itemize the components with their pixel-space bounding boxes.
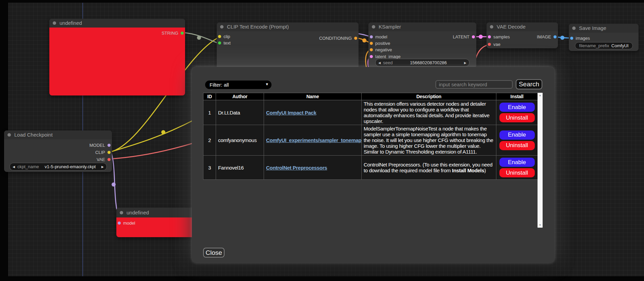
node-title-bar[interactable]: VAE Decode xyxy=(486,22,558,31)
collapse-dot-icon[interactable] xyxy=(53,21,56,25)
table-row: 2 comfyanonymous ComfyUI_experiments/sam… xyxy=(203,125,538,156)
input-port-text[interactable]: text xyxy=(218,40,231,46)
widget-name: ckpt_name xyxy=(17,164,39,169)
node-title: Save Image xyxy=(579,25,606,31)
input-port-images[interactable]: images xyxy=(570,35,590,41)
filter-select-wrap: Filter: all ▾ xyxy=(205,81,271,89)
extension-link[interactable]: ControlNet Preprocessors xyxy=(266,165,327,171)
output-port-image[interactable]: IMAGE xyxy=(537,34,557,40)
uninstall-button[interactable]: Uninstall xyxy=(499,141,535,150)
filter-select[interactable]: Filter: all xyxy=(205,81,271,89)
enable-button[interactable]: Enable xyxy=(499,103,535,112)
port-dot-icon[interactable] xyxy=(218,41,221,45)
widget-right-arrow-icon[interactable]: ▶ xyxy=(464,61,466,65)
link-midpoint-dot[interactable] xyxy=(161,130,165,134)
port-label: latent_image xyxy=(375,54,400,59)
node-vae-decode[interactable]: VAE Decode samples vae IMAGE xyxy=(486,22,558,48)
port-dot-icon[interactable] xyxy=(370,48,373,51)
input-port-model[interactable]: model xyxy=(370,34,387,40)
output-port-model[interactable]: MODEL xyxy=(89,142,111,148)
output-port-conditioning[interactable]: CONDITIONING xyxy=(319,35,357,41)
port-dot-icon[interactable] xyxy=(354,37,357,40)
output-port-clip[interactable]: CLIP xyxy=(95,149,111,155)
uninstall-button[interactable]: Uninstall xyxy=(499,113,535,122)
collapse-dot-icon[interactable] xyxy=(572,27,576,30)
output-port-latent[interactable]: LATENT xyxy=(453,34,475,40)
port-dot-icon[interactable] xyxy=(370,55,373,58)
port-dot-icon[interactable] xyxy=(218,35,221,38)
widget-right-arrow-icon[interactable]: ▶ xyxy=(101,165,104,169)
widget-left-arrow-icon[interactable]: ◀ xyxy=(13,165,15,169)
search-button[interactable]: Search xyxy=(516,79,542,89)
node-clip-text-encode[interactable]: CLIP Text Encode (Prompt) clip text COND… xyxy=(217,22,359,70)
collapse-dot-icon[interactable] xyxy=(7,133,11,137)
node-save-image[interactable]: Save Image images filename_prefix ComfyU… xyxy=(569,24,639,51)
port-dot-icon[interactable] xyxy=(554,35,557,38)
cell-author: comfyanonymous xyxy=(216,125,264,156)
enable-button[interactable]: Enable xyxy=(499,130,535,140)
node-title-bar[interactable]: CLIP Text Encode (Prompt) xyxy=(217,22,359,31)
port-dot-icon[interactable] xyxy=(472,35,475,38)
node-title-bar[interactable]: undefined xyxy=(49,19,185,28)
port-dot-icon[interactable] xyxy=(488,43,491,46)
link-midpoint-dot[interactable] xyxy=(560,36,564,40)
node-undefined-top[interactable]: undefined STRING xyxy=(49,19,185,95)
close-button[interactable]: Close xyxy=(203,248,225,258)
node-title: CLIP Text Encode (Prompt) xyxy=(227,24,289,30)
input-port-negative[interactable]: negative xyxy=(370,47,392,53)
filename-prefix-widget[interactable]: filename_prefix ComfyUI xyxy=(575,42,633,49)
uninstall-button[interactable]: Uninstall xyxy=(499,168,535,177)
cell-description: ModelSamplerTonemapNoiseTest a node that… xyxy=(362,125,496,156)
collapse-dot-icon[interactable] xyxy=(220,25,224,29)
enable-button[interactable]: Enable xyxy=(499,158,535,167)
port-dot-icon[interactable] xyxy=(370,42,373,45)
output-port-vae[interactable]: VAE xyxy=(97,156,111,162)
search-input[interactable] xyxy=(435,80,513,89)
node-title-bar[interactable]: undefined xyxy=(116,208,196,217)
node-title-bar[interactable]: KSampler xyxy=(368,22,476,31)
input-port-model[interactable]: model xyxy=(118,220,135,226)
collapse-dot-icon[interactable] xyxy=(490,25,493,29)
table-row: 1 Dr.Lt.Data ComfyUI Impact Pack This ex… xyxy=(203,100,538,125)
port-dot-icon[interactable] xyxy=(370,35,373,38)
port-dot-icon[interactable] xyxy=(488,35,491,38)
port-dot-icon[interactable] xyxy=(108,151,111,154)
link-midpoint-dot[interactable] xyxy=(112,182,116,187)
node-ksampler[interactable]: KSampler model positive negative latent_… xyxy=(368,22,476,68)
port-label: LATENT xyxy=(453,34,469,39)
input-port-positive[interactable]: positive xyxy=(370,40,390,46)
node-undefined-bottom[interactable]: undefined model xyxy=(116,208,196,237)
port-label: vae xyxy=(493,42,500,47)
ckpt-name-widget[interactable]: ◀ ckpt_name v1-5-pruned-emaonly.ckpt ▶ xyxy=(10,163,107,171)
port-dot-icon[interactable] xyxy=(108,144,111,147)
scroll-down-icon[interactable]: ▼ xyxy=(538,224,543,227)
comfyui-canvas: undefined STRING CLIP Text Encode (Promp… xyxy=(0,0,644,281)
port-dot-icon[interactable] xyxy=(570,37,573,40)
seed-widget[interactable]: ◀ seed 156680208700286 ▶ xyxy=(375,59,469,67)
link-midpoint-dot[interactable] xyxy=(362,38,366,42)
input-port-vae[interactable]: vae xyxy=(488,41,500,47)
link-midpoint-dot[interactable] xyxy=(197,36,201,40)
node-load-checkpoint[interactable]: Load Checkpoint MODEL CLIP VAE ◀ ckpt_na… xyxy=(4,130,112,172)
collapse-dot-icon[interactable] xyxy=(120,211,123,214)
col-header-id: ID xyxy=(203,93,216,100)
widget-left-arrow-icon[interactable]: ◀ xyxy=(378,61,381,65)
port-dot-icon[interactable] xyxy=(118,222,121,225)
extension-link[interactable]: ComfyUI_experiments/sampler_tonemap xyxy=(266,137,361,143)
widget-value: 156680208700286 xyxy=(410,60,447,65)
port-dot-icon[interactable] xyxy=(108,158,111,161)
output-port-string[interactable]: STRING xyxy=(162,30,184,36)
table-scrollbar[interactable]: ▲ ▼ xyxy=(538,93,543,228)
input-port-samples[interactable]: samples xyxy=(488,34,510,40)
extension-link[interactable]: ComfyUI Impact Pack xyxy=(266,110,316,116)
cell-description: This extension offers various detector n… xyxy=(362,100,496,125)
input-port-clip[interactable]: clip xyxy=(218,33,230,39)
node-title-bar[interactable]: Load Checkpoint xyxy=(4,130,112,139)
port-dot-icon[interactable] xyxy=(181,32,184,35)
port-label: model xyxy=(375,34,387,39)
link-midpoint-dot[interactable] xyxy=(479,35,483,39)
node-title-bar[interactable]: Save Image xyxy=(569,24,639,33)
widget-name: filename_prefix xyxy=(579,43,609,48)
scroll-up-icon[interactable]: ▲ xyxy=(538,94,543,97)
collapse-dot-icon[interactable] xyxy=(372,25,375,29)
